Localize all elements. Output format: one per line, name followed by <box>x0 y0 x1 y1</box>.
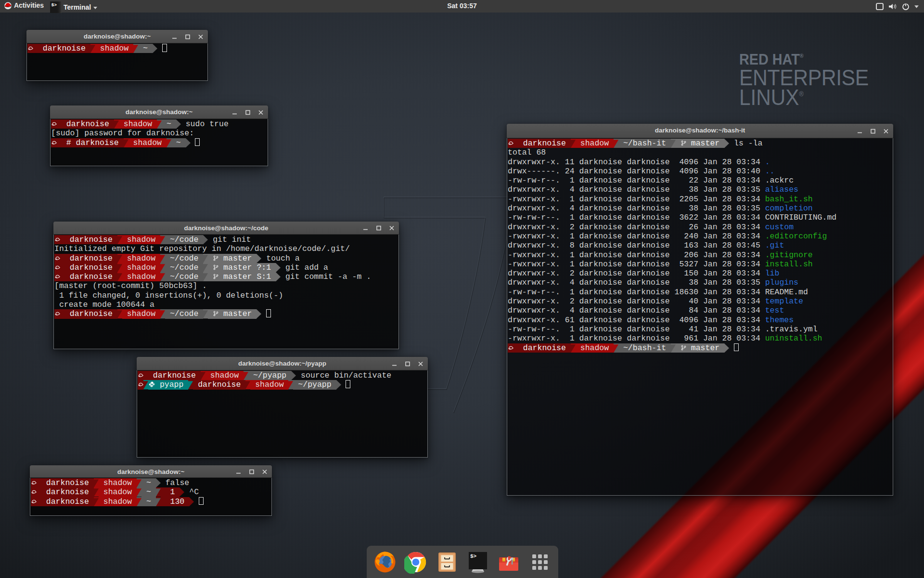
svg-text:$>: $> <box>470 553 477 559</box>
